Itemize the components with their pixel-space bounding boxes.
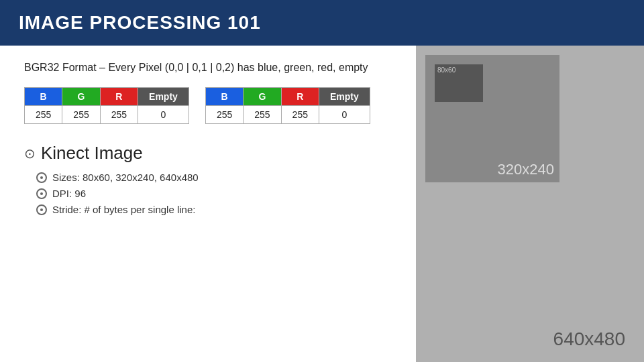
kinect-title-text: Kinect Image	[41, 143, 143, 164]
kinect-icon: ⊙	[24, 145, 36, 162]
val-empty-1: 0	[138, 106, 189, 124]
size-80-label: 80x60	[437, 66, 455, 74]
val-r-2: 255	[281, 106, 319, 124]
val-b-1: 255	[25, 106, 62, 124]
left-panel: BGR32 Format – Every Pixel (0,0 | 0,1 | …	[0, 46, 416, 362]
bullet-icon-0	[36, 172, 47, 183]
size-320-box: 80x60 320x240	[425, 55, 559, 182]
kinect-bullet-list: Sizes: 80x60, 320x240, 640x480 DPI: 96 S…	[24, 172, 396, 215]
bullet-text-1: DPI: 96	[52, 188, 86, 199]
size-640-label: 640x480	[553, 328, 625, 350]
bullet-icon-2	[36, 204, 47, 215]
page-title: IMAGE PROCESSING 101	[19, 12, 261, 34]
val-empty-2: 0	[319, 106, 370, 124]
size-320-label: 320x240	[498, 161, 554, 178]
page-header: IMAGE PROCESSING 101	[0, 0, 644, 46]
size-80-box: 80x60	[435, 64, 483, 102]
bullet-item-0: Sizes: 80x60, 320x240, 640x480	[36, 172, 396, 183]
col-b-2: B	[205, 88, 243, 106]
pixel-table-1: B G R Empty 255 255 255 0	[24, 87, 189, 124]
bullet-icon-1	[36, 188, 47, 199]
kinect-title: ⊙ Kinect Image	[24, 143, 396, 164]
right-panel: 80x60 320x240 640x480	[416, 46, 644, 362]
bullet-text-2: Stride: # of bytes per single line:	[52, 204, 195, 215]
pixel-table-2: B G R Empty 255 255 255 0	[205, 87, 370, 124]
val-g-1: 255	[62, 106, 100, 124]
col-r-1: R	[100, 88, 138, 106]
bullet-text-0: Sizes: 80x60, 320x240, 640x480	[52, 172, 199, 183]
bullet-item-1: DPI: 96	[36, 188, 396, 199]
col-empty-2: Empty	[319, 88, 370, 106]
pixel-tables: B G R Empty 255 255 255 0	[24, 87, 396, 124]
val-r-1: 255	[100, 106, 138, 124]
val-g-2: 255	[244, 106, 281, 124]
val-b-2: 255	[205, 106, 243, 124]
col-b-1: B	[25, 88, 62, 106]
bullet-item-2: Stride: # of bytes per single line:	[36, 204, 396, 215]
col-g-2: G	[244, 88, 281, 106]
col-r-2: R	[281, 88, 319, 106]
kinect-section: ⊙ Kinect Image Sizes: 80x60, 320x240, 64…	[24, 143, 396, 215]
subtitle: BGR32 Format – Every Pixel (0,0 | 0,1 | …	[24, 62, 396, 74]
main-content: BGR32 Format – Every Pixel (0,0 | 0,1 | …	[0, 46, 644, 362]
col-g-1: G	[62, 88, 100, 106]
col-empty-1: Empty	[138, 88, 189, 106]
